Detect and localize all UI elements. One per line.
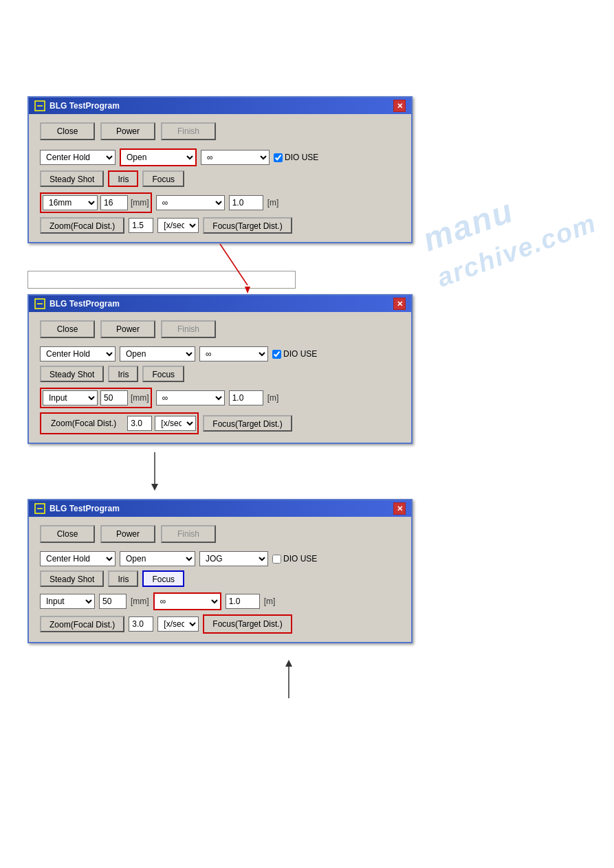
- dialog3-steady-shot-btn[interactable]: Steady Shot: [40, 570, 104, 587]
- dialog1-center-hold-select[interactable]: Center Hold: [40, 150, 116, 165]
- dialog2-speed-input[interactable]: [127, 416, 152, 431]
- dialog3-btn-row: Close Power Finish: [40, 525, 400, 543]
- svg-line-2: [220, 244, 248, 285]
- dialog2-steady-shot-btn[interactable]: Steady Shot: [40, 366, 104, 382]
- dialog3-jog-select[interactable]: JOG: [199, 551, 268, 566]
- dialog1-iris-btn[interactable]: Iris: [108, 170, 138, 187]
- dialog2-focus-btn[interactable]: Focus: [142, 366, 184, 382]
- dialog1-title-left: BLG TestProgram: [34, 100, 120, 111]
- dialog3-close-button[interactable]: Close: [40, 525, 95, 543]
- dialog3-focus-infinity-select[interactable]: ∞: [155, 594, 220, 609]
- dialog3-dio-use-text: DIO USE: [283, 554, 317, 564]
- blg-icon2: [34, 298, 45, 309]
- dialog2-finish-button[interactable]: Finish: [161, 320, 216, 338]
- dialog2-iris-btn[interactable]: Iris: [108, 366, 138, 382]
- dialog1-controls-row1: Center Hold Open ∞ DIO USE: [40, 148, 400, 166]
- dialog3-action-row: Steady Shot Iris Focus: [40, 570, 400, 587]
- dialog2-infinity-select[interactable]: ∞: [199, 346, 268, 361]
- dialog1-focus-btn[interactable]: Focus: [142, 170, 184, 187]
- dialog1-steady-shot-btn[interactable]: Steady Shot: [40, 170, 104, 187]
- dialog1-mm-label: [mm]: [131, 198, 149, 208]
- dialog3-body: Close Power Finish Center Hold Open JOG: [29, 517, 411, 642]
- dialog2-power-button[interactable]: Power: [100, 320, 155, 338]
- dialog3-focus-target-btn[interactable]: Focus(Target Dist.): [204, 616, 290, 632]
- dialog2-close-btn[interactable]: ✕: [393, 298, 406, 310]
- dialog3-title-text: BLG TestProgram: [50, 504, 120, 513]
- dialog1-zoom-group-red: 16mm [mm]: [40, 192, 152, 213]
- dialog1-power-button[interactable]: Power: [100, 122, 155, 140]
- dialog3-title-left: BLG TestProgram: [34, 503, 120, 514]
- dialog2-title-left: BLG TestProgram: [34, 298, 120, 309]
- dialog3-focus-input[interactable]: [226, 594, 260, 609]
- dialog3-m-label: [m]: [264, 597, 276, 606]
- svg-marker-3: [245, 287, 250, 293]
- dialog1-body: Close Power Finish Center Hold Open: [29, 114, 411, 242]
- dialog2-input-select[interactable]: Input: [43, 390, 98, 405]
- dialog1-infinity-select[interactable]: ∞: [201, 150, 270, 165]
- dialog2-zoom-input[interactable]: [100, 390, 128, 405]
- dialog3-center-hold-select[interactable]: Center Hold: [40, 551, 116, 566]
- dialog1-zoom-select[interactable]: 16mm: [43, 195, 98, 210]
- dialog3-speed-select[interactable]: [x/sec]: [157, 616, 199, 632]
- dialog1-dio-use-text: DIO USE: [285, 153, 318, 162]
- dialog3-close-btn[interactable]: ✕: [393, 502, 406, 515]
- dialog2-btn-row: Close Power Finish: [40, 320, 400, 338]
- dialog1-focus-infinity-select[interactable]: ∞: [156, 195, 225, 210]
- svg-marker-7: [151, 484, 158, 491]
- dialog2: BLG TestProgram ✕ Close Power Finish Cen…: [28, 294, 413, 444]
- blg-icon3: [34, 503, 45, 514]
- dialog2-speed-red-group: Zoom(Focal Dist.) [x/sec]: [40, 412, 199, 434]
- dialog3-bottom-row1: Input [mm] ∞ [m]: [40, 592, 400, 610]
- dialog1-bottom-row1: 16mm [mm] ∞ [m]: [40, 192, 400, 213]
- dialog1-m-label: [m]: [267, 198, 279, 208]
- dialog2-center-hold-select[interactable]: Center Hold: [40, 346, 116, 361]
- dialog3-input-select[interactable]: Input: [40, 594, 95, 609]
- dialog2-dio-use-checkbox[interactable]: [272, 350, 281, 359]
- dialog3-focus-btn[interactable]: Focus: [142, 570, 184, 587]
- dialog3-titlebar: BLG TestProgram ✕: [29, 500, 411, 517]
- dialog1-speed-input[interactable]: [129, 218, 153, 233]
- dialog3-zoom-focal-btn[interactable]: Zoom(Focal Dist.): [40, 616, 124, 632]
- dialog2-arrow: [155, 452, 196, 500]
- dialog2-body: Close Power Finish Center Hold Open ∞: [29, 312, 411, 443]
- dialog1-titlebar: BLG TestProgram ✕: [29, 98, 411, 114]
- dialog3-mm-label: [mm]: [131, 597, 149, 606]
- dialog3-bottom-row2: Zoom(Focal Dist.) [x/sec] Focus(Target D…: [40, 614, 400, 634]
- dialog2-zoom-focal-btn[interactable]: Zoom(Focal Dist.): [43, 415, 124, 432]
- dialog1-wrapper: BLG TestProgram ✕ Close Power Finish Cen…: [28, 96, 586, 243]
- dialog3-dio-use-label: DIO USE: [272, 554, 317, 564]
- dialog3-controls-row1: Center Hold Open JOG DIO USE: [40, 551, 400, 566]
- dialog1-finish-button[interactable]: Finish: [161, 122, 216, 140]
- dialog1-open-select-wrapper: Open: [120, 148, 197, 166]
- dialog1-zoom-input[interactable]: [100, 195, 128, 210]
- dialog2-bottom-row1: Input [mm] ∞ [m]: [40, 388, 400, 408]
- dialog2-focus-target-btn[interactable]: Focus(Target Dist.): [203, 415, 292, 432]
- dialog2-title-text: BLG TestProgram: [50, 299, 120, 309]
- dialog1-speed-select[interactable]: [x/sec]: [157, 218, 199, 233]
- dialog2-open-select[interactable]: Open: [120, 346, 195, 361]
- dialog2-focus-infinity-select[interactable]: ∞: [156, 390, 225, 405]
- dialog1-close-btn[interactable]: ✕: [393, 100, 406, 112]
- dialog1-focus-input[interactable]: [229, 195, 263, 210]
- dialog1-dio-use-checkbox[interactable]: [274, 153, 283, 162]
- dialog3-focus-infinity-wrapper: ∞: [153, 592, 221, 610]
- dialog1-open-select[interactable]: Open: [121, 150, 195, 165]
- dialog1-zoom-focal-btn[interactable]: Zoom(Focal Dist.): [40, 217, 124, 234]
- dialog2-zoom-red-group: Input [mm]: [40, 388, 152, 408]
- dialog3-zoom-input[interactable]: [99, 594, 127, 609]
- dialog2-wrapper: BLG TestProgram ✕ Close Power Finish Cen…: [28, 294, 586, 444]
- dialog3-speed-input[interactable]: [129, 616, 153, 632]
- dialog3-iris-btn[interactable]: Iris: [108, 570, 138, 587]
- dialog1-title-text: BLG TestProgram: [50, 101, 120, 111]
- dialog2-dio-use-label: DIO USE: [272, 349, 317, 359]
- dialog3-finish-button[interactable]: Finish: [161, 525, 216, 543]
- dialog2-focus-input[interactable]: [229, 390, 263, 405]
- dialog2-close-button[interactable]: Close: [40, 320, 95, 338]
- dialog3-power-button[interactable]: Power: [100, 525, 155, 543]
- dialog3-dio-use-checkbox[interactable]: [272, 555, 281, 564]
- dialog1-close-button[interactable]: Close: [40, 122, 95, 140]
- dialog3-open-select[interactable]: Open: [120, 551, 195, 566]
- dialog2-speed-select[interactable]: [x/sec]: [155, 416, 196, 431]
- dialog2-controls-row1: Center Hold Open ∞ DIO USE: [40, 346, 400, 361]
- dialog1-focus-target-btn[interactable]: Focus(Target Dist.): [203, 217, 292, 234]
